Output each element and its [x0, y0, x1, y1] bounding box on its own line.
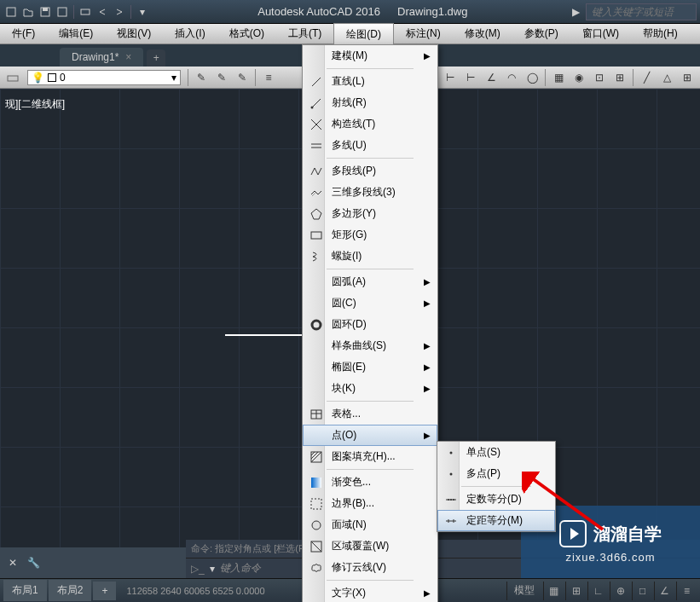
menu-file[interactable]: 件(F) [0, 23, 47, 44]
menu-item-label: 圆弧(A) [332, 275, 415, 289]
saveas-icon[interactable] [55, 4, 70, 20]
menu-item-3[interactable]: 三维多段线(3) [303, 182, 437, 203]
menu-help[interactable]: 帮助(H) [631, 23, 690, 44]
osnap-toggle-icon[interactable]: □ [632, 582, 652, 600]
match-layer-icon[interactable]: ✎ [192, 68, 211, 87]
qat-dropdown-icon[interactable]: ▾ [135, 4, 150, 20]
menu-item-icon [444, 446, 458, 460]
layout-add-button[interactable]: + [93, 582, 116, 600]
menu-item-R[interactable]: 射线(R) [303, 92, 437, 113]
command-input-placeholder: 键入命令 [220, 561, 261, 576]
layer-off-icon[interactable]: ✎ [233, 68, 252, 87]
menu-item-A[interactable]: 圆弧(A)▶ [303, 271, 437, 292]
redo-icon[interactable] [112, 4, 127, 20]
svg-rect-5 [8, 76, 18, 81]
menu-item-S[interactable]: 单点(S) [437, 442, 555, 463]
menu-window[interactable]: 窗口(W) [570, 23, 631, 44]
layout-tab-1[interactable]: 布局1 [3, 580, 47, 601]
menu-item-E[interactable]: 椭圆(E)▶ [303, 356, 437, 378]
dim-angular-icon[interactable]: ∠ [482, 68, 500, 87]
lineweight-toggle-icon[interactable]: ≡ [676, 582, 697, 600]
dim-arc-icon[interactable]: ◠ [502, 68, 521, 87]
menu-parametric[interactable]: 参数(P) [512, 23, 570, 44]
menu-draw[interactable]: 绘图(D) [333, 23, 394, 45]
otrack-toggle-icon[interactable]: ∠ [654, 582, 674, 600]
add-tab-button[interactable]: + [147, 49, 165, 67]
svg-rect-3 [58, 8, 67, 16]
menu-item-H[interactable]: 图案填充(H)... [303, 446, 437, 467]
menu-item-D[interactable]: 圆环(D) [303, 314, 437, 335]
tool-f-icon[interactable]: △ [657, 68, 676, 87]
menu-edit[interactable]: 编辑(E) [47, 23, 105, 44]
tool-g-icon[interactable]: ⊞ [678, 68, 697, 87]
menu-item-Y[interactable]: 多边形(Y) [303, 203, 437, 224]
menu-item-V[interactable]: 修订云线(V) [303, 557, 437, 578]
linetype-icon[interactable]: ≡ [259, 68, 278, 87]
dim-aligned-icon[interactable]: ⊢ [461, 68, 480, 87]
plot-icon[interactable] [78, 4, 93, 20]
dim-radius-icon[interactable]: ◯ [523, 68, 541, 87]
menu-item-icon [444, 467, 458, 481]
svg-line-27 [311, 541, 321, 552]
polar-toggle-icon[interactable]: ⊕ [610, 582, 630, 600]
menu-item-B[interactable]: 边界(B)... [303, 493, 437, 514]
menu-item-G[interactable]: 矩形(G) [303, 224, 437, 246]
layout-controls: ✕ 🔧 [0, 547, 186, 578]
menu-item-I[interactable]: 螺旋(I) [303, 246, 437, 267]
tool-d-icon[interactable]: ⊞ [610, 68, 629, 87]
menu-item-O[interactable]: 点(O)▶ [303, 425, 437, 446]
svg-rect-14 [311, 232, 321, 239]
menu-dimension[interactable]: 标注(N) [394, 23, 453, 44]
svg-line-21 [311, 452, 318, 459]
tool-a-icon[interactable]: ▦ [549, 68, 568, 87]
grid-toggle-icon[interactable]: ▦ [543, 582, 564, 600]
close-tab-icon[interactable]: × [125, 51, 131, 63]
menu-item-C[interactable]: 圆(C)▶ [303, 292, 437, 314]
menu-item-T[interactable]: 构造线(T) [303, 113, 437, 135]
menu-item-K[interactable]: 块(K)▶ [303, 378, 437, 399]
menu-insert[interactable]: 插入(I) [163, 23, 217, 44]
snap-toggle-icon[interactable]: ⊞ [565, 582, 586, 600]
menu-format[interactable]: 格式(O) [217, 23, 276, 44]
tool-b-icon[interactable]: ◉ [570, 68, 588, 87]
dim-linear-icon[interactable]: ⊢ [441, 68, 460, 87]
ortho-toggle-icon[interactable]: ∟ [587, 582, 608, 600]
menu-item-P[interactable]: 多段线(P) [303, 160, 437, 182]
menu-view[interactable]: 视图(V) [105, 23, 163, 44]
save-icon[interactable] [38, 4, 53, 20]
menu-item-W[interactable]: 区域覆盖(W) [303, 535, 437, 557]
search-input[interactable] [586, 3, 697, 20]
menu-item-icon [310, 96, 323, 110]
menu-item-P[interactable]: 多点(P) [437, 463, 555, 484]
menu-tools[interactable]: 工具(T) [276, 23, 333, 44]
menu-item-M[interactable]: 定距等分(M) [437, 510, 555, 531]
menu-item-icon [310, 207, 323, 221]
layer-props-icon[interactable] [3, 68, 22, 87]
menu-item-N[interactable]: 面域(N) [303, 514, 437, 535]
menu-item-U[interactable]: 多线(U) [303, 135, 437, 156]
menu-item-icon [310, 561, 323, 575]
menu-modify[interactable]: 修改(M) [453, 23, 512, 44]
open-icon[interactable] [20, 4, 36, 20]
menu-item-label: 圆环(D) [332, 317, 431, 332]
new-icon[interactable] [3, 4, 19, 20]
menu-item-M[interactable]: 建模(M)▶ [303, 45, 437, 67]
tool-e-icon[interactable]: ╱ [637, 68, 656, 87]
undo-icon[interactable] [95, 4, 110, 20]
menu-item-X[interactable]: 文字(X)▶ [303, 582, 437, 602]
layout-tab-2[interactable]: 布局2 [49, 580, 92, 601]
menu-item-D[interactable]: 定数等分(D) [437, 489, 555, 510]
layout-wrench-icon[interactable]: 🔧 [24, 553, 43, 572]
menu-item-icon [310, 75, 323, 89]
file-tab-drawing1[interactable]: Drawing1* × [60, 48, 143, 67]
layer-iso-icon[interactable]: ✎ [212, 68, 231, 87]
menu-item-L[interactable]: 直线(L) [303, 71, 437, 92]
model-button[interactable]: 模型 [506, 582, 541, 600]
model-space-icon[interactable]: ✕ [3, 553, 22, 572]
layer-dropdown[interactable]: 💡 0 ▾ [27, 70, 181, 85]
menu-item-[interactable]: 渐变色... [303, 472, 437, 493]
menu-item-[interactable]: 表格... [303, 403, 437, 425]
tool-c-icon[interactable]: ⊡ [590, 68, 609, 87]
menu-item-S[interactable]: 样条曲线(S)▶ [303, 335, 437, 356]
menu-item-icon [310, 318, 323, 332]
